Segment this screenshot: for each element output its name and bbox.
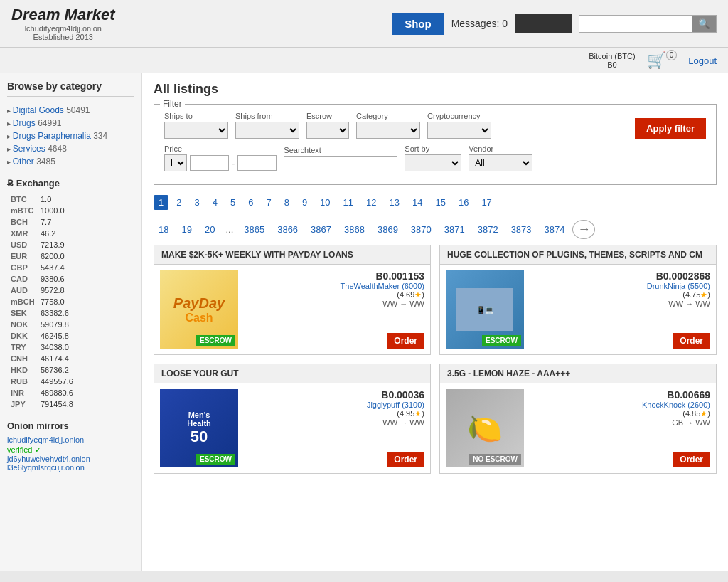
listing-rating: (4.69★) xyxy=(244,290,424,300)
sidebar-cat-digital-goods[interactable]: Digital Goods 50491 xyxy=(7,104,134,117)
onion-link[interactable]: lchudifyeqm4ldjj.onion xyxy=(7,435,134,444)
crypto-group: Cryptocurrency xyxy=(427,112,491,139)
crypto-select[interactable] xyxy=(427,122,491,139)
listing-image: 🍋 NO ESCROW xyxy=(446,389,524,467)
listing-card: 3.5G - Lemon Haze - AAA+++ 🍋 NO ESCROW B… xyxy=(439,364,717,474)
price-prefix-select[interactable]: B xyxy=(164,154,187,171)
listing-image: Men'sHealth50 ESCROW xyxy=(160,389,238,467)
onion-link[interactable]: l3e6lyqmlsrqcujr.onion xyxy=(7,463,134,472)
escrow-badge: ESCROW xyxy=(196,335,235,346)
page-num-17[interactable]: 17 xyxy=(476,195,496,210)
escrow-label: Escrow xyxy=(306,112,349,120)
page-num-5[interactable]: 5 xyxy=(225,195,240,210)
order-button[interactable]: Order xyxy=(387,452,424,467)
page-num-3872[interactable]: 3872 xyxy=(473,222,503,237)
ships-to-group: Ships to xyxy=(164,112,228,139)
page-num-19[interactable]: 19 xyxy=(176,222,196,237)
sortby-select[interactable] xyxy=(405,154,461,171)
page-num-3871[interactable]: 3871 xyxy=(439,222,470,237)
listing-price: B0.00036 xyxy=(244,389,424,401)
page-num-3869[interactable]: 3869 xyxy=(373,222,403,237)
page-num-3865[interactable]: 3865 xyxy=(239,222,269,237)
sidebar: Browse by category Digital Goods 50491Dr… xyxy=(0,73,142,571)
page-num-6[interactable]: 6 xyxy=(243,195,258,210)
escrow-select[interactable] xyxy=(306,122,349,139)
logout-link[interactable]: Logout xyxy=(688,55,717,66)
header-nav: Shop Messages: 0 🔍 xyxy=(392,13,717,35)
listings-grid: MAKE $2K-5K+ WEEKLY WITH PAYDAY LOANS Pa… xyxy=(154,245,717,474)
ships-from-select[interactable] xyxy=(235,122,299,139)
listing-price: B0.001153 xyxy=(244,270,424,282)
listing-card: LOOSE YOUR GUT Men'sHealth50 ESCROW B0.0… xyxy=(154,364,431,474)
page-num-15[interactable]: 15 xyxy=(430,195,450,210)
pagination-row2: 181920...3865386638673868386938703871387… xyxy=(154,220,717,239)
page-num-3870[interactable]: 3870 xyxy=(406,222,437,237)
listing-image: PayDayCash ESCROW xyxy=(160,270,238,349)
search-bar: 🔍 xyxy=(579,15,717,33)
btc-info: Bitcoin (BTC) B0 xyxy=(589,52,635,69)
price-min-input[interactable] xyxy=(190,155,229,171)
page-num-20[interactable]: 20 xyxy=(200,222,220,237)
sidebar-cat-other[interactable]: Other 3485 xyxy=(7,155,134,168)
listing-rating: (4.85★) xyxy=(530,409,710,418)
page-num-11[interactable]: 11 xyxy=(338,195,358,210)
exchange-row: RUB449557.6 xyxy=(9,376,133,386)
order-button[interactable]: Order xyxy=(387,333,424,349)
search-button[interactable]: 🔍 xyxy=(692,15,717,33)
listing-body: 🍋 NO ESCROW B0.00669 KnockKnock (2600) (… xyxy=(440,383,716,473)
page-num-1[interactable]: 1 xyxy=(154,195,168,210)
messages-label: Messages: 0 xyxy=(451,18,508,29)
page-num-3873[interactable]: 3873 xyxy=(506,222,537,237)
price-max-input[interactable] xyxy=(237,155,277,171)
no-escrow-badge: NO ESCROW xyxy=(469,454,521,465)
page-num-18[interactable]: 18 xyxy=(154,222,173,237)
page-num-3[interactable]: 3 xyxy=(189,195,204,210)
vendor-select[interactable]: All xyxy=(469,154,532,171)
page-num-14[interactable]: 14 xyxy=(407,195,427,210)
page-num-2[interactable]: 2 xyxy=(171,195,186,210)
page-num-3866[interactable]: 3866 xyxy=(272,222,303,237)
escrow-badge: ESCROW xyxy=(482,335,521,346)
exchange-table: BTC1.0mBTC1000.0BCH7.7XMR46.2USD7213.9EU… xyxy=(7,193,134,411)
vendor-group: Vendor All xyxy=(469,144,532,171)
exchange-row: BCH7.7 xyxy=(9,217,133,227)
listing-card: MAKE $2K-5K+ WEEKLY WITH PAYDAY LOANS Pa… xyxy=(154,245,431,355)
ships-to-select[interactable] xyxy=(164,122,228,139)
listing-shipping: WW → WW xyxy=(530,300,710,308)
exchange-row: EUR6200.0 xyxy=(9,251,133,261)
page-num-3874[interactable]: 3874 xyxy=(540,222,570,237)
page-num-10[interactable]: 10 xyxy=(315,195,335,210)
page-num-13[interactable]: 13 xyxy=(385,195,405,210)
search-input[interactable] xyxy=(579,15,692,33)
category-label: Category xyxy=(356,112,420,120)
page-num-7[interactable]: 7 xyxy=(261,195,276,210)
pagination-row1: 1234567891011121314151617 xyxy=(154,195,717,210)
filter-legend: Filter xyxy=(160,99,185,109)
page-num-3868[interactable]: 3868 xyxy=(339,222,370,237)
category-select[interactable] xyxy=(356,122,420,139)
vendor-label: Vendor xyxy=(469,144,532,153)
cart-icon[interactable]: 🛒0 xyxy=(647,51,678,70)
page-num-9[interactable]: 9 xyxy=(297,195,312,210)
sidebar-cat-drugs-paraphernalia[interactable]: Drugs Paraphernalia 334 xyxy=(7,129,134,142)
onion-link[interactable]: jd6yhuwcivehvdt4.onion xyxy=(7,455,134,463)
listing-body: 📱💻 ESCROW B0.0002868 DrunkNinja (5500) (… xyxy=(440,265,716,354)
page-title: All listings xyxy=(154,82,717,97)
order-button[interactable]: Order xyxy=(673,333,710,349)
btc-symbol-exchange: Ƀ xyxy=(7,178,14,189)
page-num-12[interactable]: 12 xyxy=(361,195,381,210)
order-button[interactable]: Order xyxy=(673,452,710,467)
page-num-3867[interactable]: 3867 xyxy=(306,222,336,237)
apply-filter-button[interactable]: Apply filter xyxy=(635,118,706,139)
shop-button[interactable]: Shop xyxy=(392,13,444,35)
sidebar-cat-drugs[interactable]: Drugs 64991 xyxy=(7,117,134,129)
pagination-next-arrow[interactable]: → xyxy=(572,220,595,239)
verified-badge: verified ✓ xyxy=(7,445,41,454)
page-num-8[interactable]: 8 xyxy=(279,195,294,210)
searchtext-input[interactable] xyxy=(284,156,397,171)
sidebar-cat-services[interactable]: Services 4648 xyxy=(7,142,134,155)
page-num-4[interactable]: 4 xyxy=(208,195,223,210)
browse-title: Browse by category xyxy=(7,80,134,97)
exchange-row: TRY34038.0 xyxy=(9,342,133,352)
page-num-16[interactable]: 16 xyxy=(454,195,473,210)
